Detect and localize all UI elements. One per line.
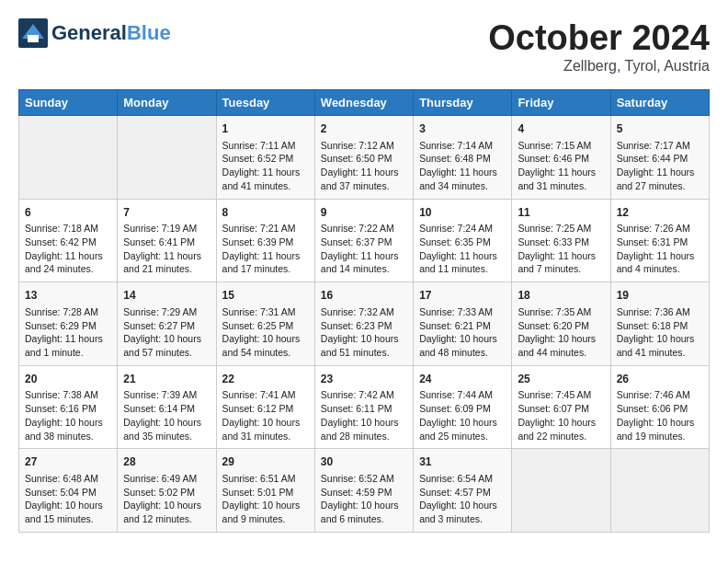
- sunset-text: Sunset: 6:31 PM: [617, 236, 703, 249]
- calendar-cell: 13Sunrise: 7:28 AMSunset: 6:29 PMDayligh…: [19, 282, 118, 366]
- cell-content: 25Sunrise: 7:45 AMSunset: 6:07 PMDayligh…: [518, 372, 604, 443]
- sunset-text: Sunset: 6:37 PM: [321, 236, 407, 249]
- daylight-text: Daylight: 11 hours and 34 minutes.: [419, 166, 506, 192]
- day-number: 29: [222, 454, 309, 470]
- calendar-cell: 6Sunrise: 7:18 AMSunset: 6:42 PMDaylight…: [19, 199, 118, 282]
- calendar-week-row: 27Sunrise: 6:48 AMSunset: 5:04 PMDayligh…: [19, 449, 710, 533]
- sunset-text: Sunset: 6:20 PM: [518, 319, 604, 333]
- logo-general: GeneralBlue: [51, 21, 171, 45]
- calendar-cell: 15Sunrise: 7:31 AMSunset: 6:25 PMDayligh…: [216, 282, 314, 366]
- calendar-cell: 3Sunrise: 7:14 AMSunset: 6:48 PMDaylight…: [414, 116, 512, 200]
- calendar-cell: 4Sunrise: 7:15 AMSunset: 6:46 PMDaylight…: [512, 116, 610, 200]
- sunset-text: Sunset: 6:48 PM: [419, 152, 506, 166]
- cell-content: 13Sunrise: 7:28 AMSunset: 6:29 PMDayligh…: [25, 288, 111, 360]
- calendar-body: 1Sunrise: 7:11 AMSunset: 6:52 PMDaylight…: [19, 116, 710, 533]
- header-row: SundayMondayTuesdayWednesdayThursdayFrid…: [19, 90, 710, 116]
- sunrise-text: Sunrise: 6:54 AM: [419, 472, 506, 486]
- weekday-header: Wednesday: [314, 90, 413, 116]
- sunrise-text: Sunrise: 7:15 AM: [518, 139, 604, 153]
- title-block: October 2024 Zellberg, Tyrol, Austria: [488, 18, 710, 75]
- calendar-cell: 24Sunrise: 7:44 AMSunset: 6:09 PMDayligh…: [414, 365, 512, 449]
- cell-content: 19Sunrise: 7:36 AMSunset: 6:18 PMDayligh…: [617, 288, 703, 360]
- calendar-cell: 7Sunrise: 7:19 AMSunset: 6:41 PMDaylight…: [118, 199, 216, 282]
- sunrise-text: Sunrise: 7:31 AM: [222, 305, 309, 319]
- cell-content: 5Sunrise: 7:17 AMSunset: 6:44 PMDaylight…: [617, 121, 703, 193]
- calendar-cell: 16Sunrise: 7:32 AMSunset: 6:23 PMDayligh…: [314, 282, 413, 366]
- daylight-text: Daylight: 10 hours and 22 minutes.: [518, 416, 604, 442]
- calendar-cell: 25Sunrise: 7:45 AMSunset: 6:07 PMDayligh…: [512, 365, 610, 449]
- sunset-text: Sunset: 6:39 PM: [222, 236, 309, 249]
- sunset-text: Sunset: 6:35 PM: [419, 236, 506, 249]
- sunrise-text: Sunrise: 7:29 AM: [123, 305, 210, 319]
- sunset-text: Sunset: 6:23 PM: [321, 319, 407, 333]
- sunrise-text: Sunrise: 7:32 AM: [321, 305, 407, 319]
- day-number: 14: [123, 288, 210, 304]
- sunset-text: Sunset: 5:02 PM: [123, 486, 210, 500]
- daylight-text: Daylight: 10 hours and 3 minutes.: [419, 499, 506, 525]
- cell-content: 15Sunrise: 7:31 AMSunset: 6:25 PMDayligh…: [222, 288, 309, 360]
- day-number: 12: [617, 205, 703, 221]
- sunset-text: Sunset: 6:06 PM: [617, 402, 703, 416]
- cell-content: 18Sunrise: 7:35 AMSunset: 6:20 PMDayligh…: [518, 288, 604, 360]
- daylight-text: Daylight: 11 hours and 21 minutes.: [123, 249, 210, 276]
- cell-content: 11Sunrise: 7:25 AMSunset: 6:33 PMDayligh…: [518, 205, 604, 277]
- day-number: 2: [321, 121, 407, 137]
- calendar-week-row: 6Sunrise: 7:18 AMSunset: 6:42 PMDaylight…: [19, 199, 710, 282]
- daylight-text: Daylight: 10 hours and 57 minutes.: [123, 332, 210, 359]
- sunrise-text: Sunrise: 7:21 AM: [222, 222, 309, 236]
- cell-content: 8Sunrise: 7:21 AMSunset: 6:39 PMDaylight…: [222, 205, 309, 277]
- day-number: 24: [419, 372, 506, 387]
- location: Zellberg, Tyrol, Austria: [488, 58, 710, 75]
- day-number: 25: [518, 372, 604, 387]
- day-number: 19: [617, 288, 703, 304]
- daylight-text: Daylight: 10 hours and 48 minutes.: [419, 332, 506, 359]
- daylight-text: Daylight: 10 hours and 15 minutes.: [25, 499, 111, 525]
- sunset-text: Sunset: 5:04 PM: [25, 486, 111, 500]
- sunset-text: Sunset: 6:16 PM: [25, 402, 111, 416]
- sunset-text: Sunset: 6:50 PM: [321, 152, 407, 166]
- calendar-cell: [19, 116, 118, 200]
- daylight-text: Daylight: 10 hours and 6 minutes.: [321, 499, 407, 525]
- cell-content: 21Sunrise: 7:39 AMSunset: 6:14 PMDayligh…: [123, 372, 210, 443]
- sunset-text: Sunset: 6:14 PM: [123, 402, 210, 416]
- sunset-text: Sunset: 6:29 PM: [25, 319, 111, 333]
- cell-content: 16Sunrise: 7:32 AMSunset: 6:23 PMDayligh…: [321, 288, 407, 360]
- weekday-header: Monday: [118, 90, 216, 116]
- calendar-cell: 20Sunrise: 7:38 AMSunset: 6:16 PMDayligh…: [19, 365, 118, 449]
- day-number: 5: [617, 121, 703, 137]
- day-number: 28: [123, 454, 210, 470]
- sunrise-text: Sunrise: 7:33 AM: [419, 305, 506, 319]
- sunrise-text: Sunrise: 7:26 AM: [617, 222, 703, 236]
- sunrise-text: Sunrise: 7:14 AM: [419, 139, 506, 153]
- daylight-text: Daylight: 10 hours and 28 minutes.: [321, 416, 407, 442]
- calendar-cell: 27Sunrise: 6:48 AMSunset: 5:04 PMDayligh…: [19, 449, 118, 533]
- day-number: 17: [419, 288, 506, 304]
- logo-blue: Blue: [127, 21, 171, 44]
- daylight-text: Daylight: 11 hours and 24 minutes.: [25, 249, 111, 276]
- day-number: 31: [419, 454, 506, 470]
- calendar-header: SundayMondayTuesdayWednesdayThursdayFrid…: [19, 90, 710, 116]
- weekday-header: Sunday: [19, 90, 118, 116]
- sunrise-text: Sunrise: 7:36 AM: [617, 305, 703, 319]
- sunset-text: Sunset: 6:21 PM: [419, 319, 506, 333]
- day-number: 20: [25, 372, 111, 387]
- sunset-text: Sunset: 6:33 PM: [518, 236, 604, 249]
- sunrise-text: Sunrise: 7:28 AM: [25, 305, 111, 319]
- cell-content: 30Sunrise: 6:52 AMSunset: 4:59 PMDayligh…: [321, 454, 407, 526]
- day-number: 18: [518, 288, 604, 304]
- daylight-text: Daylight: 11 hours and 41 minutes.: [222, 166, 309, 192]
- sunset-text: Sunset: 5:01 PM: [222, 486, 309, 500]
- cell-content: 31Sunrise: 6:54 AMSunset: 4:57 PMDayligh…: [419, 454, 506, 526]
- sunset-text: Sunset: 4:57 PM: [419, 486, 506, 500]
- cell-content: 2Sunrise: 7:12 AMSunset: 6:50 PMDaylight…: [321, 121, 407, 193]
- sunrise-text: Sunrise: 7:35 AM: [518, 305, 604, 319]
- day-number: 8: [222, 205, 309, 221]
- daylight-text: Daylight: 10 hours and 19 minutes.: [617, 416, 703, 442]
- daylight-text: Daylight: 10 hours and 25 minutes.: [419, 416, 506, 442]
- daylight-text: Daylight: 10 hours and 44 minutes.: [518, 332, 604, 359]
- day-number: 6: [25, 205, 111, 221]
- daylight-text: Daylight: 10 hours and 51 minutes.: [321, 332, 407, 359]
- cell-content: 27Sunrise: 6:48 AMSunset: 5:04 PMDayligh…: [25, 454, 111, 526]
- daylight-text: Daylight: 11 hours and 1 minute.: [25, 332, 111, 359]
- sunset-text: Sunset: 6:41 PM: [123, 236, 210, 249]
